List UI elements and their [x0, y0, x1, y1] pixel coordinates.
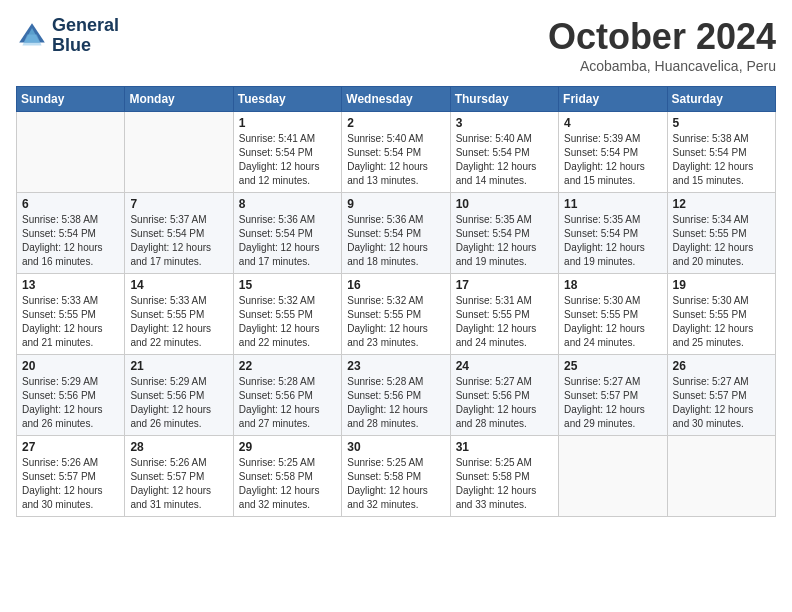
day-number: 11: [564, 197, 661, 211]
day-info: Sunrise: 5:36 AM Sunset: 5:54 PM Dayligh…: [347, 213, 444, 269]
day-number: 27: [22, 440, 119, 454]
calendar-cell-3-2: 22Sunrise: 5:28 AM Sunset: 5:56 PM Dayli…: [233, 355, 341, 436]
day-info: Sunrise: 5:32 AM Sunset: 5:55 PM Dayligh…: [239, 294, 336, 350]
calendar-cell-4-1: 28Sunrise: 5:26 AM Sunset: 5:57 PM Dayli…: [125, 436, 233, 517]
day-number: 15: [239, 278, 336, 292]
day-info: Sunrise: 5:27 AM Sunset: 5:56 PM Dayligh…: [456, 375, 553, 431]
week-row-5: 27Sunrise: 5:26 AM Sunset: 5:57 PM Dayli…: [17, 436, 776, 517]
day-info: Sunrise: 5:36 AM Sunset: 5:54 PM Dayligh…: [239, 213, 336, 269]
week-row-3: 13Sunrise: 5:33 AM Sunset: 5:55 PM Dayli…: [17, 274, 776, 355]
day-number: 21: [130, 359, 227, 373]
title-area: October 2024 Acobamba, Huancavelica, Per…: [548, 16, 776, 74]
header-monday: Monday: [125, 87, 233, 112]
day-number: 8: [239, 197, 336, 211]
day-info: Sunrise: 5:25 AM Sunset: 5:58 PM Dayligh…: [239, 456, 336, 512]
header-tuesday: Tuesday: [233, 87, 341, 112]
calendar-cell-0-2: 1Sunrise: 5:41 AM Sunset: 5:54 PM Daylig…: [233, 112, 341, 193]
day-number: 6: [22, 197, 119, 211]
calendar-cell-4-4: 31Sunrise: 5:25 AM Sunset: 5:58 PM Dayli…: [450, 436, 558, 517]
day-info: Sunrise: 5:39 AM Sunset: 5:54 PM Dayligh…: [564, 132, 661, 188]
day-info: Sunrise: 5:38 AM Sunset: 5:54 PM Dayligh…: [673, 132, 770, 188]
calendar-cell-2-2: 15Sunrise: 5:32 AM Sunset: 5:55 PM Dayli…: [233, 274, 341, 355]
day-info: Sunrise: 5:40 AM Sunset: 5:54 PM Dayligh…: [456, 132, 553, 188]
calendar-cell-2-0: 13Sunrise: 5:33 AM Sunset: 5:55 PM Dayli…: [17, 274, 125, 355]
calendar-cell-3-0: 20Sunrise: 5:29 AM Sunset: 5:56 PM Dayli…: [17, 355, 125, 436]
day-number: 26: [673, 359, 770, 373]
calendar-cell-1-6: 12Sunrise: 5:34 AM Sunset: 5:55 PM Dayli…: [667, 193, 775, 274]
day-info: Sunrise: 5:25 AM Sunset: 5:58 PM Dayligh…: [456, 456, 553, 512]
calendar-cell-0-1: [125, 112, 233, 193]
calendar-cell-0-0: [17, 112, 125, 193]
header-friday: Friday: [559, 87, 667, 112]
calendar-cell-0-3: 2Sunrise: 5:40 AM Sunset: 5:54 PM Daylig…: [342, 112, 450, 193]
day-number: 23: [347, 359, 444, 373]
day-number: 29: [239, 440, 336, 454]
calendar-cell-2-5: 18Sunrise: 5:30 AM Sunset: 5:55 PM Dayli…: [559, 274, 667, 355]
calendar-cell-4-0: 27Sunrise: 5:26 AM Sunset: 5:57 PM Dayli…: [17, 436, 125, 517]
day-number: 14: [130, 278, 227, 292]
day-number: 28: [130, 440, 227, 454]
day-number: 22: [239, 359, 336, 373]
day-info: Sunrise: 5:28 AM Sunset: 5:56 PM Dayligh…: [239, 375, 336, 431]
day-number: 18: [564, 278, 661, 292]
calendar-table: Sunday Monday Tuesday Wednesday Thursday…: [16, 86, 776, 517]
day-number: 17: [456, 278, 553, 292]
day-info: Sunrise: 5:33 AM Sunset: 5:55 PM Dayligh…: [130, 294, 227, 350]
day-info: Sunrise: 5:30 AM Sunset: 5:55 PM Dayligh…: [673, 294, 770, 350]
header-saturday: Saturday: [667, 87, 775, 112]
day-info: Sunrise: 5:29 AM Sunset: 5:56 PM Dayligh…: [130, 375, 227, 431]
day-number: 7: [130, 197, 227, 211]
day-info: Sunrise: 5:33 AM Sunset: 5:55 PM Dayligh…: [22, 294, 119, 350]
calendar-cell-4-6: [667, 436, 775, 517]
day-info: Sunrise: 5:29 AM Sunset: 5:56 PM Dayligh…: [22, 375, 119, 431]
calendar-cell-1-5: 11Sunrise: 5:35 AM Sunset: 5:54 PM Dayli…: [559, 193, 667, 274]
day-number: 4: [564, 116, 661, 130]
day-info: Sunrise: 5:27 AM Sunset: 5:57 PM Dayligh…: [673, 375, 770, 431]
calendar-cell-3-6: 26Sunrise: 5:27 AM Sunset: 5:57 PM Dayli…: [667, 355, 775, 436]
day-number: 10: [456, 197, 553, 211]
day-number: 1: [239, 116, 336, 130]
week-row-2: 6Sunrise: 5:38 AM Sunset: 5:54 PM Daylig…: [17, 193, 776, 274]
header-row: Sunday Monday Tuesday Wednesday Thursday…: [17, 87, 776, 112]
calendar-cell-1-2: 8Sunrise: 5:36 AM Sunset: 5:54 PM Daylig…: [233, 193, 341, 274]
calendar-cell-2-6: 19Sunrise: 5:30 AM Sunset: 5:55 PM Dayli…: [667, 274, 775, 355]
calendar-cell-3-3: 23Sunrise: 5:28 AM Sunset: 5:56 PM Dayli…: [342, 355, 450, 436]
day-number: 20: [22, 359, 119, 373]
day-number: 12: [673, 197, 770, 211]
calendar-cell-0-6: 5Sunrise: 5:38 AM Sunset: 5:54 PM Daylig…: [667, 112, 775, 193]
calendar-cell-4-2: 29Sunrise: 5:25 AM Sunset: 5:58 PM Dayli…: [233, 436, 341, 517]
day-info: Sunrise: 5:41 AM Sunset: 5:54 PM Dayligh…: [239, 132, 336, 188]
calendar-cell-3-4: 24Sunrise: 5:27 AM Sunset: 5:56 PM Dayli…: [450, 355, 558, 436]
calendar-cell-2-1: 14Sunrise: 5:33 AM Sunset: 5:55 PM Dayli…: [125, 274, 233, 355]
calendar-header: Sunday Monday Tuesday Wednesday Thursday…: [17, 87, 776, 112]
day-info: Sunrise: 5:35 AM Sunset: 5:54 PM Dayligh…: [456, 213, 553, 269]
calendar-cell-0-4: 3Sunrise: 5:40 AM Sunset: 5:54 PM Daylig…: [450, 112, 558, 193]
month-title: October 2024: [548, 16, 776, 58]
day-info: Sunrise: 5:38 AM Sunset: 5:54 PM Dayligh…: [22, 213, 119, 269]
calendar-cell-2-4: 17Sunrise: 5:31 AM Sunset: 5:55 PM Dayli…: [450, 274, 558, 355]
header-thursday: Thursday: [450, 87, 558, 112]
calendar-cell-0-5: 4Sunrise: 5:39 AM Sunset: 5:54 PM Daylig…: [559, 112, 667, 193]
calendar-cell-2-3: 16Sunrise: 5:32 AM Sunset: 5:55 PM Dayli…: [342, 274, 450, 355]
logo-icon: [16, 20, 48, 52]
day-info: Sunrise: 5:35 AM Sunset: 5:54 PM Dayligh…: [564, 213, 661, 269]
calendar-cell-1-3: 9Sunrise: 5:36 AM Sunset: 5:54 PM Daylig…: [342, 193, 450, 274]
day-number: 16: [347, 278, 444, 292]
header-sunday: Sunday: [17, 87, 125, 112]
calendar-body: 1Sunrise: 5:41 AM Sunset: 5:54 PM Daylig…: [17, 112, 776, 517]
calendar-cell-4-5: [559, 436, 667, 517]
calendar-cell-3-1: 21Sunrise: 5:29 AM Sunset: 5:56 PM Dayli…: [125, 355, 233, 436]
day-number: 5: [673, 116, 770, 130]
day-number: 2: [347, 116, 444, 130]
calendar-cell-1-0: 6Sunrise: 5:38 AM Sunset: 5:54 PM Daylig…: [17, 193, 125, 274]
day-info: Sunrise: 5:37 AM Sunset: 5:54 PM Dayligh…: [130, 213, 227, 269]
day-info: Sunrise: 5:28 AM Sunset: 5:56 PM Dayligh…: [347, 375, 444, 431]
logo: General Blue: [16, 16, 119, 56]
day-info: Sunrise: 5:32 AM Sunset: 5:55 PM Dayligh…: [347, 294, 444, 350]
day-info: Sunrise: 5:26 AM Sunset: 5:57 PM Dayligh…: [130, 456, 227, 512]
day-number: 3: [456, 116, 553, 130]
day-info: Sunrise: 5:40 AM Sunset: 5:54 PM Dayligh…: [347, 132, 444, 188]
day-number: 13: [22, 278, 119, 292]
day-info: Sunrise: 5:27 AM Sunset: 5:57 PM Dayligh…: [564, 375, 661, 431]
day-number: 30: [347, 440, 444, 454]
